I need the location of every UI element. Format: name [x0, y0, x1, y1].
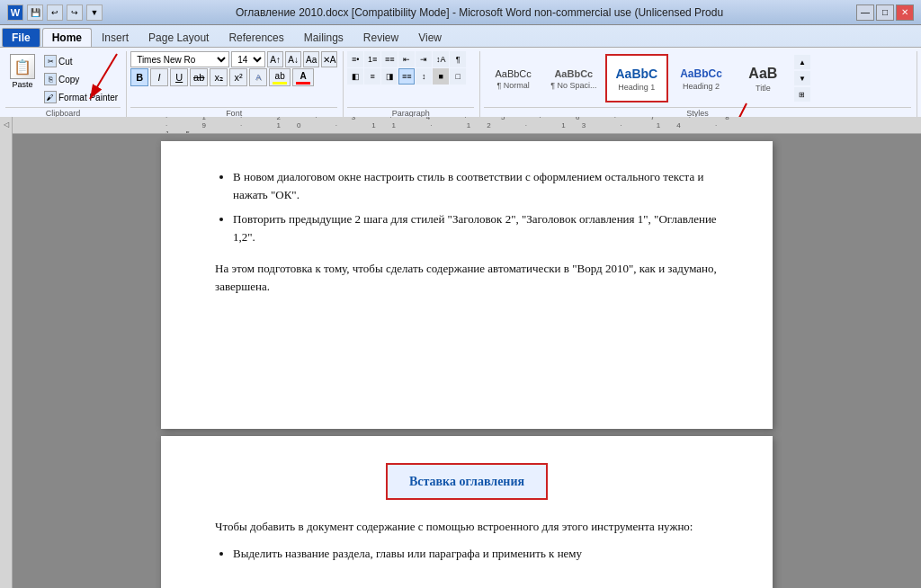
- clipboard-group-content: 📋 Paste ✂ Cut ⎘ Copy 🖌: [5, 51, 121, 105]
- style-title-label: Title: [756, 84, 771, 93]
- title-bar: W 💾 ↩ ↪ ▼ Оглавление 2010.docx [Compatib…: [0, 0, 921, 25]
- line-spacing-button[interactable]: ↕: [416, 68, 432, 85]
- paste-button[interactable]: 📋 Paste: [5, 51, 40, 92]
- bullet-page2-1: Выделить название раздела, главы или пар…: [233, 545, 719, 563]
- doc-page-2: Вставка оглавления Чтобы добавить в доку…: [161, 436, 773, 588]
- tab-insert[interactable]: Insert: [92, 28, 139, 47]
- multilevel-button[interactable]: ≡≡: [381, 51, 398, 67]
- tab-references[interactable]: References: [219, 28, 293, 47]
- decrease-indent-button[interactable]: ⇤: [398, 51, 415, 67]
- style-heading2-label: Heading 2: [683, 82, 720, 91]
- paste-icon: 📋: [10, 54, 35, 79]
- paragraph-group: ≡• 1≡ ≡≡ ⇤ ⇥ ↕A ¶ ◧ ≡ ◨ ≡≡ ↕ ■: [345, 51, 480, 118]
- increase-indent-button[interactable]: ⇥: [416, 51, 432, 67]
- style-nospace[interactable]: AaBbCc ¶ No Spaci...: [544, 54, 603, 102]
- paragraph-intro: Чтобы добавить в документ содержание с п…: [215, 518, 719, 536]
- borders-button[interactable]: □: [450, 68, 466, 85]
- bold-button[interactable]: B: [130, 68, 148, 86]
- doc-page-1-content: В новом диалоговом окне настроить стиль …: [215, 168, 719, 295]
- doc-page-2-content: Вставка оглавления Чтобы добавить в доку…: [215, 463, 719, 562]
- styles-group-content: AaBbCc ¶ Normal AaBbCc ¶ No Spaci... AaB…: [484, 51, 911, 105]
- styles-scroll-up[interactable]: ▲: [794, 55, 810, 69]
- clipboard-group: 📋 Paste ✂ Cut ⎘ Copy 🖌: [4, 51, 127, 118]
- doc-page-1: В новом диалоговом окне настроить стиль …: [161, 141, 773, 429]
- format-painter-icon: 🖌: [44, 91, 57, 103]
- style-normal-label: ¶ Normal: [496, 81, 529, 90]
- tab-row: File Home Insert Page Layout References …: [0, 25, 921, 47]
- quick-access-more[interactable]: ▼: [86, 4, 103, 21]
- align-left-button[interactable]: ◧: [347, 68, 363, 85]
- para-row2: ◧ ≡ ◨ ≡≡ ↕ ■ □: [347, 68, 466, 85]
- style-normal-preview: AaBbCc: [491, 67, 534, 80]
- styles-scroll-down[interactable]: ▼: [794, 71, 810, 85]
- ruler-triangle: ◁: [4, 120, 9, 129]
- paragraph-group-content: ≡• 1≡ ≡≡ ⇤ ⇥ ↕A ¶ ◧ ≡ ◨ ≡≡ ↕ ■: [347, 51, 474, 105]
- bullet-1: В новом диалоговом окне настроить стиль …: [233, 168, 719, 203]
- font-shrink-button[interactable]: A↓: [285, 51, 301, 67]
- underline-button[interactable]: U: [170, 68, 188, 86]
- copy-button[interactable]: ⎘ Copy: [41, 71, 121, 87]
- style-heading2[interactable]: AaBbCc Heading 2: [670, 54, 732, 102]
- save-quick-button[interactable]: 💾: [27, 4, 43, 21]
- clear-format-button[interactable]: ✕A: [321, 51, 337, 67]
- strikethrough-button[interactable]: ab: [190, 68, 208, 86]
- ribbon: File Home Insert Page Layout References …: [0, 25, 921, 121]
- font-color-indicator: [296, 82, 310, 85]
- style-heading1-label: Heading 1: [618, 83, 655, 92]
- paragraph-1: На этом подготовка к тому, чтобы сделать…: [215, 260, 719, 295]
- style-nospace-label: ¶ No Spaci...: [550, 81, 596, 90]
- styles-group: AaBbCc ¶ Normal AaBbCc ¶ No Spaci... AaB…: [482, 51, 917, 118]
- undo-button[interactable]: ↩: [47, 4, 63, 21]
- window-title: Оглавление 2010.docx [Compatibility Mode…: [103, 6, 856, 19]
- style-title[interactable]: AaB Title: [734, 54, 792, 102]
- italic-button[interactable]: I: [150, 68, 168, 86]
- format-painter-label: Format Painter: [58, 93, 118, 102]
- font-group: Times New Ro 14 A↑ A↓ Aa ✕A B I U: [129, 51, 344, 118]
- tab-mailings[interactable]: Mailings: [294, 28, 353, 47]
- tab-review[interactable]: Review: [353, 28, 408, 47]
- style-normal[interactable]: AaBbCc ¶ Normal: [484, 54, 542, 102]
- highlight-color-button[interactable]: ab: [269, 68, 291, 86]
- document-pages: В новом диалоговом окне настроить стиль …: [13, 134, 921, 588]
- align-right-button[interactable]: ◨: [381, 68, 398, 85]
- superscript-button[interactable]: x²: [229, 68, 247, 86]
- style-heading2-preview: AaBbCc: [676, 67, 726, 81]
- window-controls: — □ ✕: [856, 4, 914, 21]
- font-name-select[interactable]: Times New Ro: [130, 51, 229, 67]
- cut-button[interactable]: ✂ Cut: [41, 53, 121, 69]
- sort-button[interactable]: ↕A: [433, 51, 449, 67]
- highlight-indicator: [273, 82, 287, 85]
- redo-button[interactable]: ↪: [67, 4, 83, 21]
- bullet-2: Повторить предыдущие 2 шага для стилей "…: [233, 210, 719, 245]
- change-case-button[interactable]: Aa: [303, 51, 319, 67]
- numbering-button[interactable]: 1≡: [364, 51, 380, 67]
- para-row1: ≡• 1≡ ≡≡ ⇤ ⇥ ↕A ¶: [347, 51, 466, 67]
- justify-button[interactable]: ≡≡: [398, 68, 415, 85]
- tab-file[interactable]: File: [2, 28, 40, 47]
- format-painter-button[interactable]: 🖌 Format Painter: [41, 89, 121, 105]
- font-size-select[interactable]: 14: [231, 51, 265, 67]
- subscript-button[interactable]: x₂: [210, 68, 228, 86]
- insert-heading-box: Вставка оглавления: [386, 463, 548, 500]
- font-format-row: B I U ab x₂ x² A ab A: [130, 68, 314, 86]
- copy-label: Copy: [58, 75, 79, 85]
- show-marks-button[interactable]: ¶: [450, 51, 466, 67]
- bullets-button[interactable]: ≡•: [347, 51, 363, 67]
- tab-home[interactable]: Home: [42, 28, 92, 47]
- restore-button[interactable]: □: [876, 4, 894, 21]
- word-icon: W: [7, 4, 23, 21]
- text-effects-button[interactable]: A: [249, 68, 267, 86]
- clipboard-right: ✂ Cut ⎘ Copy 🖌 Format Painter: [41, 53, 121, 105]
- close-button[interactable]: ✕: [896, 4, 914, 21]
- style-heading1[interactable]: AaBbC Heading 1: [605, 54, 669, 102]
- align-center-button[interactable]: ≡: [364, 68, 380, 85]
- font-row1: Times New Ro 14 A↑ A↓ Aa ✕A: [130, 51, 337, 67]
- font-color-button[interactable]: A: [292, 68, 314, 86]
- tab-page-layout[interactable]: Page Layout: [139, 28, 219, 47]
- font-grow-button[interactable]: A↑: [267, 51, 283, 67]
- styles-more[interactable]: ⊞: [794, 87, 810, 102]
- left-ruler: ◁: [0, 117, 13, 588]
- shading-button[interactable]: ■: [433, 68, 449, 85]
- minimize-button[interactable]: —: [856, 4, 874, 21]
- tab-view[interactable]: View: [408, 28, 452, 47]
